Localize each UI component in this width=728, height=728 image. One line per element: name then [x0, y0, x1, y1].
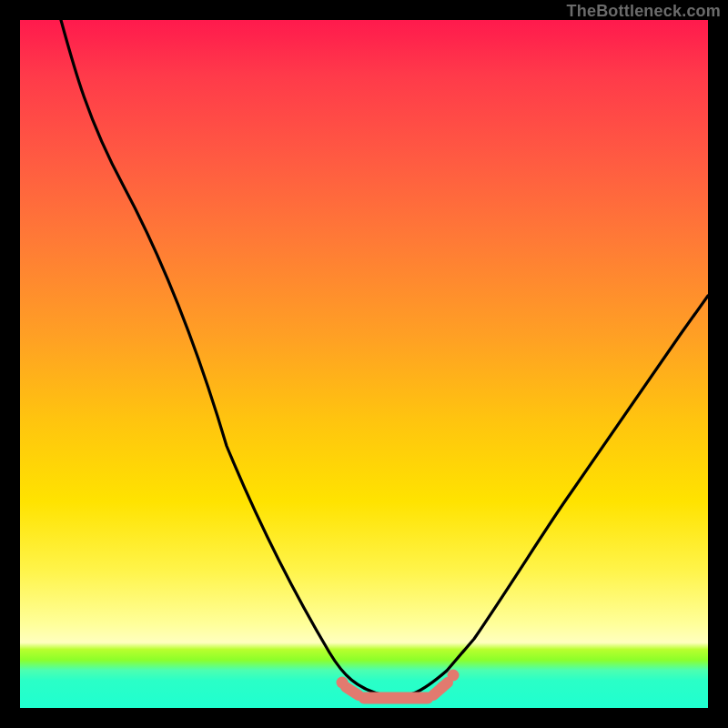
gradient-background: [20, 20, 708, 708]
watermark-text: TheBottleneck.com: [567, 2, 721, 21]
chart-frame: [20, 20, 708, 708]
